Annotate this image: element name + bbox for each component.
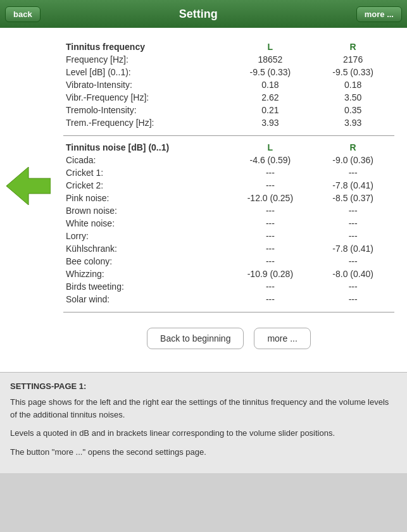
table-row: Trem.-Frequency [Hz]: 3.93 3.93 <box>63 116 394 129</box>
page-title: Setting <box>179 8 218 21</box>
info-paragraph-3: The button "more ..." opens the second s… <box>10 446 397 459</box>
table-row: Level [dB] (0..1): -9.5 (0.33) -9.5 (0.3… <box>63 66 394 78</box>
table-row: Solar wind: --- --- <box>63 293 394 306</box>
back-arrow-icon <box>6 167 51 205</box>
table-row: Cricket 2: --- -7.8 (0.41) <box>63 179 394 192</box>
freq-col-r: R <box>311 40 394 53</box>
noise-col-l: L <box>229 141 312 154</box>
table-row: Whizzing: -10.9 (0.28) -8.0 (0.40) <box>63 268 394 280</box>
tinnitus-noise-table: Tinnitus noise [dB] (0..1) L R Cicada: -… <box>63 141 394 306</box>
table-row: Birds tweeting: --- --- <box>63 280 394 293</box>
info-paragraph-2: Levels a quoted in dB and in brackets li… <box>10 427 397 440</box>
buttons-row: Back to beginning more ... <box>63 318 394 359</box>
table-row: Vibr.-Frequency [Hz]: 2.62 3.50 <box>63 91 394 104</box>
table-row: Bee colony: --- --- <box>63 255 394 268</box>
table-row: Kühlschrank: --- -7.8 (0.41) <box>63 242 394 255</box>
main-content: Tinnitus frequency L R Frequency [Hz]: 1… <box>0 28 407 372</box>
arrow-container <box>6 167 51 207</box>
info-section: SETTINGS-PAGE 1: This page shows for the… <box>0 372 407 473</box>
svg-marker-0 <box>6 167 51 205</box>
noise-col-r: R <box>311 141 394 154</box>
table-row: Cricket 1: --- --- <box>63 166 394 179</box>
tinnitus-frequency-header: Tinnitus frequency <box>63 40 229 53</box>
section-divider <box>63 135 394 136</box>
tinnitus-frequency-table: Tinnitus frequency L R Frequency [Hz]: 1… <box>63 40 394 129</box>
header-more-button[interactable]: more ... <box>356 6 402 22</box>
more-button[interactable]: more ... <box>254 328 310 349</box>
table-row: Vibrato-Intensity: 0.18 0.18 <box>63 78 394 91</box>
header: back Setting more ... <box>0 0 407 28</box>
bottom-divider <box>63 312 394 312</box>
freq-col-l: L <box>229 40 312 53</box>
table-row: Brown noise: --- --- <box>63 204 394 217</box>
table-row: Pink noise: -12.0 (0.25) -8.5 (0.37) <box>63 192 394 204</box>
info-paragraph-1: This page shows for the left and the rig… <box>10 396 397 421</box>
table-row: White noise: --- --- <box>63 217 394 230</box>
back-to-beginning-button[interactable]: Back to beginning <box>147 328 244 349</box>
table-row: Lorry: --- --- <box>63 230 394 242</box>
info-title: SETTINGS-PAGE 1: <box>10 381 397 391</box>
back-button[interactable]: back <box>5 6 41 22</box>
table-row: Tremolo-Intensity: 0.21 0.35 <box>63 104 394 116</box>
table-row: Frequency [Hz]: 18652 2176 <box>63 53 394 66</box>
tinnitus-noise-header: Tinnitus noise [dB] (0..1) <box>63 141 229 154</box>
table-row: Cicada: -4.6 (0.59) -9.0 (0.36) <box>63 154 394 166</box>
